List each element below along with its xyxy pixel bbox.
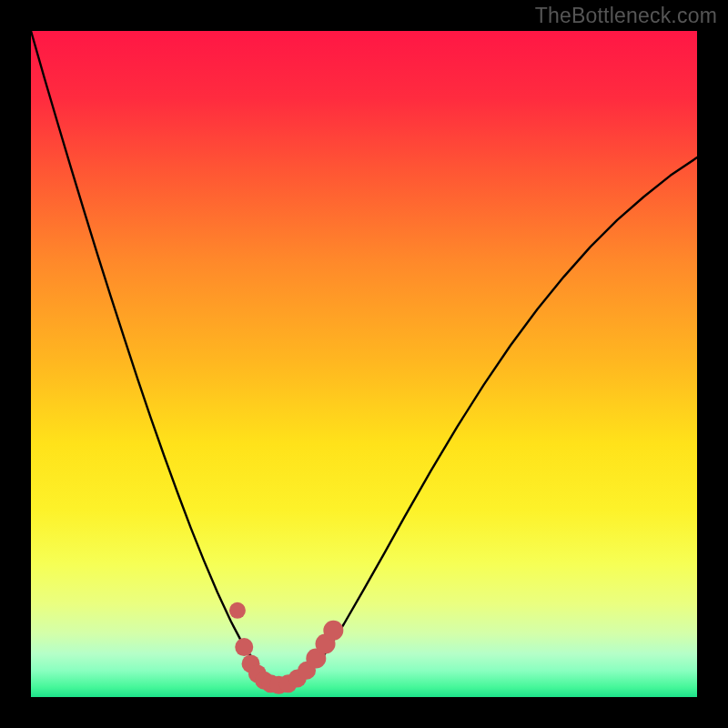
plot-background-gradient [31,31,697,697]
chart-frame: TheBottleneck.com [0,0,728,728]
marker-point-1 [235,638,253,656]
chart-svg [0,0,728,728]
marker-point-0 [229,602,246,619]
marker-point-12 [323,621,343,641]
